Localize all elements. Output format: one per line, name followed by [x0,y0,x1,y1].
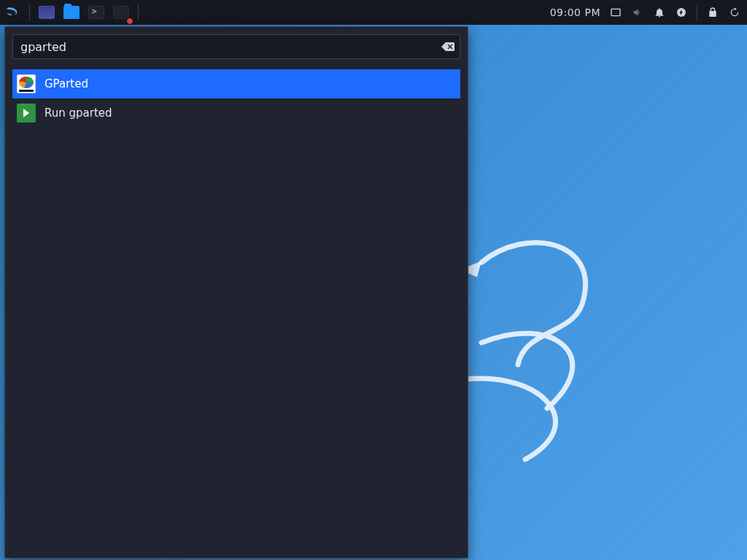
root-badge-icon [126,18,133,25]
search-wrap [12,34,460,59]
wallpaper-dragon [438,219,700,481]
result-run-gparted[interactable]: Run gparted [12,98,460,128]
result-label: Run gparted [44,106,112,120]
clock[interactable]: 09:00 PM [550,7,600,18]
terminal-icon [88,6,104,19]
terminal-root-icon [113,6,129,19]
volume-icon[interactable] [631,6,644,19]
svg-rect-0 [611,9,620,15]
panel-separator [138,4,139,20]
lock-screen-icon[interactable] [706,6,719,19]
file-manager-button[interactable] [61,1,82,23]
panel-separator [29,4,30,20]
top-panel: 09:00 PM [0,0,747,25]
show-desktop-button[interactable] [36,1,58,23]
search-input[interactable] [12,34,460,59]
terminal-root-button[interactable] [110,1,132,23]
workspace-switcher-icon[interactable] [609,6,622,19]
logout-icon[interactable] [728,6,741,19]
terminal-button[interactable] [85,1,107,23]
run-icon [17,104,36,122]
backspace-icon [441,42,454,52]
gparted-icon [17,74,36,93]
folder-icon [63,6,80,19]
notifications-icon[interactable] [653,6,666,19]
tray-separator [697,4,697,20]
panel-left-group [0,0,143,25]
application-menu-popup: GParted Run gparted [4,26,468,559]
search-results: GParted Run gparted [12,69,460,128]
result-label: GParted [44,77,88,90]
desktop-icon [39,6,55,19]
panel-right-group: 09:00 PM [550,0,747,25]
app-menu-button[interactable] [1,1,23,23]
clear-search-button[interactable] [441,42,454,52]
power-manager-icon[interactable] [675,6,688,19]
result-gparted[interactable]: GParted [12,69,460,98]
